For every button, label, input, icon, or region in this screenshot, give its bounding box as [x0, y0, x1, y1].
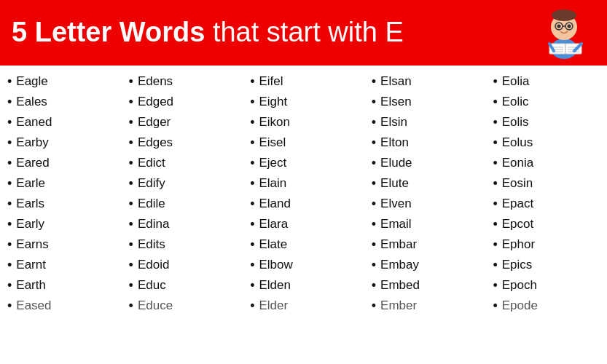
- list-item: Elsen: [372, 92, 479, 112]
- list-item: Elven: [372, 194, 479, 214]
- list-item: Earth: [7, 275, 114, 296]
- list-item: Elbow: [250, 255, 357, 275]
- list-item: Edoid: [129, 255, 236, 275]
- list-item: Epact: [493, 194, 600, 214]
- list-item: Epode: [493, 296, 600, 316]
- list-item: Elsan: [372, 71, 479, 92]
- list-item: Edged: [129, 92, 236, 112]
- list-item: Eolia: [493, 71, 600, 92]
- list-item: Elain: [250, 173, 357, 194]
- column-4: ElsanElsenElsinEltonEludeEluteElvenEmail…: [364, 71, 486, 364]
- header: 5 Letter Words that start with E: [0, 0, 607, 66]
- list-item: Edina: [129, 214, 236, 234]
- list-item: Embar: [372, 234, 479, 255]
- list-item: Elder: [250, 296, 357, 316]
- list-item: Eagle: [7, 71, 114, 92]
- list-item: Earls: [7, 194, 114, 214]
- list-item: Eisel: [250, 132, 357, 153]
- list-item: Eosin: [493, 173, 600, 194]
- list-item: Elara: [250, 214, 357, 234]
- list-item: Eolus: [493, 132, 600, 153]
- list-item: Edges: [129, 132, 236, 153]
- list-item: Elton: [372, 132, 479, 153]
- list-item: Eonia: [493, 153, 600, 173]
- svg-point-7: [568, 25, 571, 28]
- page-title: 5 Letter Words that start with E: [12, 17, 404, 48]
- list-item: Early: [7, 214, 114, 234]
- title-bold: 5 Letter Words: [12, 17, 205, 47]
- list-item: Eales: [7, 92, 114, 112]
- list-item: Elute: [372, 173, 479, 194]
- column-2: EdensEdgedEdgerEdgesEdictEdifyEdileEdina…: [122, 71, 243, 364]
- list-item: Eland: [250, 194, 357, 214]
- list-item: Ephor: [493, 234, 600, 255]
- list-item: Epcot: [493, 214, 600, 234]
- list-item: Epics: [493, 255, 600, 275]
- list-item: Earle: [7, 173, 114, 194]
- mascot-illustration: [533, 4, 595, 62]
- word-list-content: EagleEalesEanedEarbyEaredEarleEarlsEarly…: [0, 66, 607, 364]
- column-3: EifelEightEikonEiselEjectElainElandElara…: [243, 71, 364, 364]
- list-item: Elsin: [372, 112, 479, 132]
- list-item: Educ: [129, 275, 236, 296]
- list-item: Embed: [372, 275, 479, 296]
- list-item: Edile: [129, 194, 236, 214]
- column-1: EagleEalesEanedEarbyEaredEarleEarlsEarly…: [0, 71, 122, 364]
- list-item: Ember: [372, 296, 479, 316]
- list-item: Embay: [372, 255, 479, 275]
- list-item: Edger: [129, 112, 236, 132]
- title-normal: that start with E: [205, 17, 403, 47]
- list-item: Eolic: [493, 92, 600, 112]
- list-item: Edify: [129, 173, 236, 194]
- svg-point-6: [557, 25, 561, 28]
- list-item: Edens: [129, 71, 236, 92]
- column-5: EoliaEolicEolisEolusEoniaEosinEpactEpcot…: [485, 71, 607, 364]
- list-item: Epoch: [493, 275, 600, 296]
- list-item: Eifel: [250, 71, 357, 92]
- list-item: Elate: [250, 234, 357, 255]
- list-item: Eject: [250, 153, 357, 173]
- list-item: Eikon: [250, 112, 357, 132]
- list-item: Eolis: [493, 112, 600, 132]
- list-item: Earnt: [7, 255, 114, 275]
- list-item: Eared: [7, 153, 114, 173]
- list-item: Eaned: [7, 112, 114, 132]
- list-item: Eased: [7, 296, 114, 316]
- list-item: Eight: [250, 92, 357, 112]
- list-item: Elden: [250, 275, 357, 296]
- svg-point-2: [552, 9, 576, 21]
- list-item: Earns: [7, 234, 114, 255]
- list-item: Edict: [129, 153, 236, 173]
- list-item: Edits: [129, 234, 236, 255]
- list-item: Educe: [129, 296, 236, 316]
- list-item: Email: [372, 214, 479, 234]
- list-item: Elude: [372, 153, 479, 173]
- list-item: Earby: [7, 132, 114, 153]
